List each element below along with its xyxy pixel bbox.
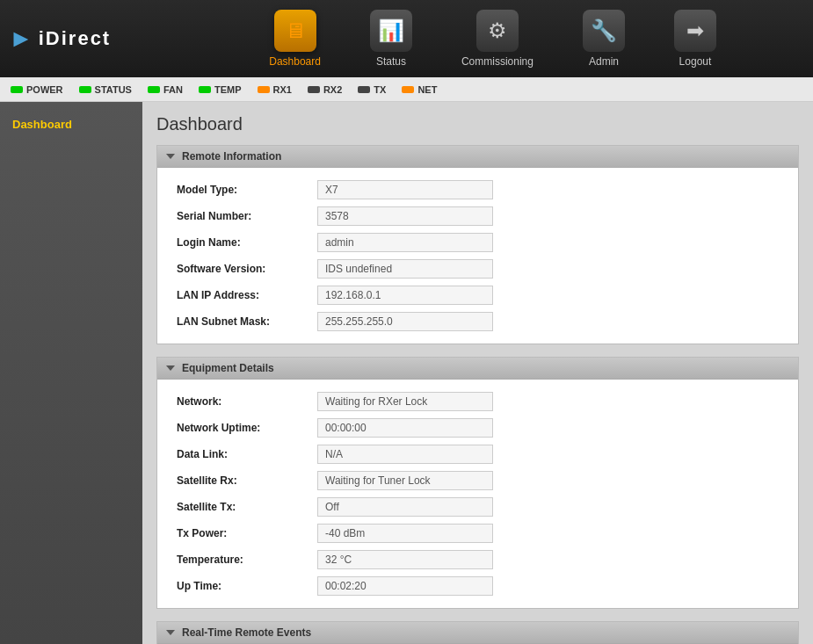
status-dot-icon <box>79 86 91 93</box>
field-value: 00:02:20 <box>312 573 784 599</box>
field-label: Up Time: <box>171 573 312 599</box>
sidebar: Dashboard <box>0 102 142 644</box>
dashboard-nav-icon: 🖥 <box>274 10 316 52</box>
field-value: admin <box>312 229 784 256</box>
field-value: -40 dBm <box>312 520 784 546</box>
dashboard-nav-label: Dashboard <box>269 55 321 68</box>
equipment-details-header: Equipment Details <box>157 358 798 380</box>
status-indicator-power: POWER <box>11 84 63 95</box>
field-label: Network Uptime: <box>171 415 312 441</box>
fan-label: FAN <box>163 84 183 95</box>
nav-item-logout[interactable]: ➡Logout <box>650 3 741 75</box>
equipment-heading: Equipment Details <box>182 362 274 374</box>
remote-info-body: Model Type:X7Serial Number:3578Login Nam… <box>157 168 798 344</box>
page-title: Dashboard <box>156 114 799 134</box>
field-box: -40 dBm <box>317 524 493 543</box>
field-value: IDS undefined <box>312 256 784 282</box>
sidebar-item-dashboard[interactable]: Dashboard <box>0 111 142 138</box>
remote-info-collapse-icon[interactable] <box>166 154 175 159</box>
nav-item-commissioning[interactable]: ⚙Commissioning <box>437 3 558 75</box>
table-row: Software Version:IDS undefined <box>171 256 784 282</box>
realtime-events-section: Real-Time Remote Events Up TimeLevelDesc… <box>156 621 799 644</box>
logout-nav-icon: ➡ <box>674 10 716 52</box>
admin-nav-label: Admin <box>589 55 619 68</box>
nav-item-dashboard[interactable]: 🖥Dashboard <box>244 3 345 75</box>
field-label: LAN Subnet Mask: <box>171 308 312 335</box>
field-value: 255.255.255.0 <box>312 308 784 335</box>
field-box: admin <box>317 233 493 252</box>
table-row: Temperature:32 °C <box>171 546 784 573</box>
rx1-dot-icon <box>258 86 270 93</box>
table-row: Login Name:admin <box>171 229 784 256</box>
remote-info-heading: Remote Information <box>182 150 281 163</box>
status-indicator-net: NET <box>402 84 437 95</box>
remote-info-table: Model Type:X7Serial Number:3578Login Nam… <box>171 177 784 335</box>
events-collapse-icon[interactable] <box>166 630 175 635</box>
table-row: Satellite Rx:Waiting for Tuner Lock <box>171 467 784 494</box>
main-layout: Dashboard Dashboard Remote Information M… <box>0 102 813 644</box>
status-bar: POWERSTATUSFANTEMPRX1RX2TXNET <box>0 77 813 102</box>
field-label: Login Name: <box>171 229 312 256</box>
field-label: Temperature: <box>171 546 312 573</box>
logout-nav-label: Logout <box>679 55 712 68</box>
field-value: 00:00:00 <box>312 415 784 441</box>
field-label: Software Version: <box>171 256 312 282</box>
field-value: N/A <box>312 441 784 467</box>
field-label: Network: <box>171 388 312 415</box>
field-box: IDS undefined <box>317 259 493 279</box>
field-box: 00:02:20 <box>317 576 493 596</box>
field-value: X7 <box>312 177 784 203</box>
field-box: N/A <box>317 445 493 464</box>
table-row: Model Type:X7 <box>171 177 784 203</box>
status-nav-icon: 📊 <box>370 10 412 52</box>
content-area: Dashboard Remote Information Model Type:… <box>142 102 813 644</box>
field-value: Waiting for RXer Lock <box>312 388 784 415</box>
fan-dot-icon <box>148 86 160 93</box>
field-box: 00:00:00 <box>317 418 493 438</box>
field-value: Off <box>312 494 784 520</box>
remote-info-section: Remote Information Model Type:X7Serial N… <box>156 145 799 344</box>
field-box: 3578 <box>317 206 493 226</box>
power-label: POWER <box>26 84 63 95</box>
field-value: Waiting for Tuner Lock <box>312 467 784 494</box>
status-indicator-rx1: RX1 <box>258 84 292 95</box>
tx-dot-icon <box>358 86 370 93</box>
field-value: 192.168.0.1 <box>312 282 784 308</box>
equipment-collapse-icon[interactable] <box>166 365 175 371</box>
field-value: 32 °C <box>312 546 784 573</box>
table-row: Up Time:00:02:20 <box>171 573 784 599</box>
field-box: Off <box>317 497 493 517</box>
commissioning-nav-icon: ⚙ <box>476 10 519 52</box>
events-heading: Real-Time Remote Events <box>182 626 311 639</box>
rx1-label: RX1 <box>273 84 292 95</box>
field-label: LAN IP Address: <box>171 282 312 308</box>
tx-label: TX <box>374 84 386 95</box>
table-row: Satellite Tx:Off <box>171 494 784 520</box>
status-indicator-temp: TEMP <box>199 84 242 95</box>
table-row: LAN Subnet Mask:255.255.255.0 <box>171 308 784 335</box>
field-label: Serial Number: <box>171 203 312 229</box>
status-nav-label: Status <box>376 55 406 68</box>
field-box: 32 °C <box>317 550 493 569</box>
rx2-dot-icon <box>308 86 320 93</box>
equipment-details-body: Network:Waiting for RXer LockNetwork Upt… <box>157 380 798 608</box>
field-box: X7 <box>317 180 493 199</box>
table-row: Serial Number:3578 <box>171 203 784 229</box>
field-value: 3578 <box>312 203 784 229</box>
temp-dot-icon <box>199 86 211 93</box>
admin-nav-icon: 🔧 <box>583 10 625 52</box>
equipment-details-section: Equipment Details Network:Waiting for RX… <box>156 357 799 609</box>
status-indicator-fan: FAN <box>148 84 183 95</box>
status-indicator-rx2: RX2 <box>308 84 342 95</box>
table-row: Data Link:N/A <box>171 441 784 467</box>
nav-item-admin[interactable]: 🔧Admin <box>558 3 650 75</box>
table-row: Tx Power:-40 dBm <box>171 520 784 546</box>
table-row: Network Uptime:00:00:00 <box>171 415 784 441</box>
remote-info-header: Remote Information <box>157 146 798 168</box>
field-label: Tx Power: <box>171 520 312 546</box>
field-label: Satellite Tx: <box>171 494 312 520</box>
rx2-label: RX2 <box>323 84 342 95</box>
nav-item-status[interactable]: 📊Status <box>345 3 437 75</box>
field-box: 255.255.255.0 <box>317 312 493 331</box>
table-row: Network:Waiting for RXer Lock <box>171 388 784 415</box>
